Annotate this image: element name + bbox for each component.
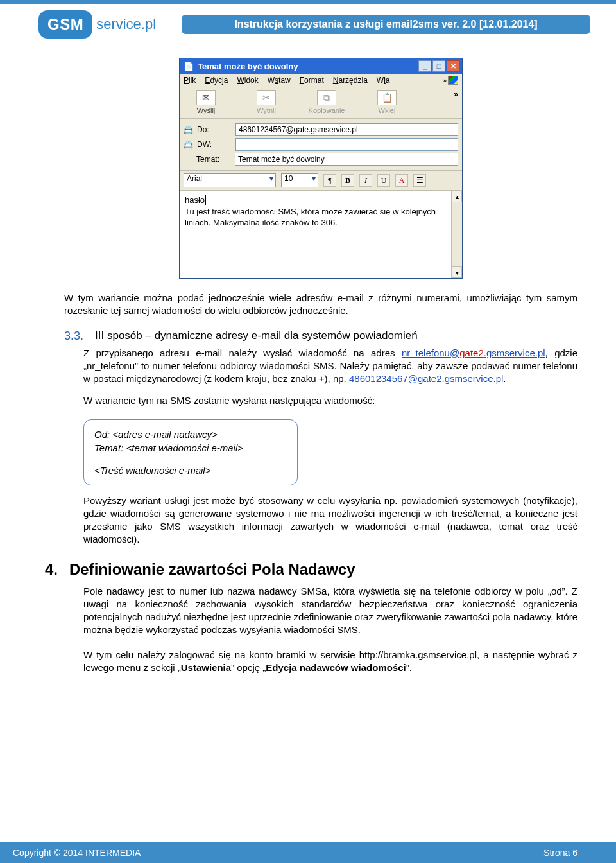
underline-button[interactable]: U	[377, 174, 390, 187]
menu-plik[interactable]: Plik	[184, 76, 196, 85]
menu-format[interactable]: Format	[300, 76, 324, 85]
fontsize-select[interactable]: 10	[281, 173, 318, 187]
copyright: Copyright © 2014 INTERMEDIA	[13, 848, 141, 858]
text: .	[503, 373, 506, 384]
section-4-p1: Pole nadawcy jest to numer lub nazwa nad…	[83, 585, 578, 637]
header-fields: 📇 Do: 48601234567@gate.gsmservice.pl 📇 D…	[180, 119, 462, 171]
format-bar: Arial 10 ¶ B I U A ☰	[180, 171, 462, 191]
sms-template-box: Od: <adres e-mail nadawcy> Temat: <temat…	[83, 419, 298, 485]
section-3-3-heading: 3.3. III sposób – dynamiczne adresy e-ma…	[64, 329, 578, 343]
section-4-p2: W tym celu należy zalogować się na konto…	[83, 649, 578, 675]
scroll-up-icon[interactable]: ▴	[452, 191, 462, 202]
variant-sms-intro: W wariancie tym na SMS zostanie wysłana …	[83, 394, 578, 407]
bold-button[interactable]: B	[341, 174, 354, 187]
font-select[interactable]: Arial	[184, 173, 276, 187]
copy-label: Kopiowanie	[309, 107, 345, 114]
menu-narzedzia[interactable]: Narzędzia	[333, 76, 368, 85]
section-3-3-body: Z przypisanego adresu e-mail należy wysł…	[83, 347, 578, 408]
menu-wstaw[interactable]: Wstaw	[268, 76, 291, 85]
cc-label: DW:	[197, 140, 232, 149]
example-email-link[interactable]: 48601234567@gate2.gsmservice.pl	[349, 373, 503, 384]
logo-badge: GSM	[38, 10, 92, 39]
section-number: 4.	[45, 561, 58, 579]
doc-title-strip: Instrukcja korzystania z usługi email2sm…	[182, 15, 590, 34]
body-line1: hasło	[185, 195, 205, 205]
minimize-button[interactable]: _	[418, 60, 431, 72]
section-3-3-p3: Powyższy wariant usługi jest może być st…	[83, 494, 578, 546]
section-4-heading: 4. Definiowanie zawartości Pola Nadawcy	[45, 561, 578, 579]
page-number: Strona 6	[543, 848, 578, 858]
menu-overflow[interactable]: »	[443, 76, 458, 85]
addressbook-icon[interactable]: 📇	[184, 125, 193, 134]
message-body[interactable]: hasło Tu jest treść wiadomości SMS, któr…	[180, 191, 451, 278]
send-icon: ✉	[196, 90, 216, 105]
message-body-area: hasło Tu jest treść wiadomości SMS, któr…	[180, 191, 462, 278]
toolbar-overflow[interactable]: »	[454, 90, 458, 114]
to-input[interactable]: 48601234567@gate.gsmservice.pl	[235, 123, 458, 136]
logo-suffix: service.pl	[96, 16, 156, 33]
cut-label: Wytnij	[257, 107, 276, 114]
box-line: Temat: <temat wiadomości e-mail>	[94, 441, 287, 455]
send-label: Wyślij	[197, 107, 216, 114]
menu-bar: Plik Edycja Widok Wstaw Format Narzędzia…	[180, 74, 462, 87]
logo: GSM service.pl	[38, 10, 156, 39]
text-bold: Edycja nadawców wiadomości	[266, 662, 406, 673]
text: ” opcję „	[231, 662, 266, 673]
to-label: Do:	[197, 125, 232, 134]
toolbar: ✉ Wyślij ✂ Wytnij ⧉ Kopiowanie 📋 Wklej »	[180, 87, 462, 119]
compose-icon: 📄	[184, 62, 194, 71]
paste-button[interactable]: 📋 Wklej	[364, 90, 409, 114]
copy-button[interactable]: ⧉ Kopiowanie	[304, 90, 349, 114]
cc-input[interactable]	[235, 138, 458, 151]
paste-icon: 📋	[377, 90, 397, 105]
text: nr_telefonu@	[402, 347, 459, 358]
menu-edycja[interactable]: Edycja	[205, 76, 228, 85]
paste-label: Wklej	[379, 107, 396, 114]
paragraph-button[interactable]: ¶	[323, 174, 336, 187]
dynamic-email-link[interactable]: nr_telefonu@gate2.gsmservice.pl	[402, 347, 545, 358]
addressbook-icon[interactable]: 📇	[184, 140, 193, 149]
menu-widok[interactable]: Widok	[237, 76, 258, 85]
section-title: Definiowanie zawartości Pola Nadawcy	[69, 561, 355, 579]
section-title: III sposób – dynamiczne adresy e-mail dl…	[95, 329, 578, 343]
text-bold: Ustawienia	[181, 662, 231, 673]
italic-button[interactable]: I	[359, 174, 372, 187]
page-header: GSM service.pl Instrukcja korzystania z …	[0, 4, 616, 45]
scroll-down-icon[interactable]: ▾	[452, 266, 462, 278]
maximize-button[interactable]: □	[432, 60, 445, 72]
cut-icon: ✂	[257, 90, 276, 105]
copy-icon: ⧉	[317, 90, 336, 105]
close-button[interactable]: ✕	[447, 60, 459, 72]
menu-wia[interactable]: Wia	[377, 76, 390, 85]
windows-flag-icon	[448, 76, 458, 85]
text: gate2	[459, 347, 484, 358]
text: .gsmservice.pl	[484, 347, 545, 358]
window-title: Temat może być dowolny	[198, 62, 417, 71]
list-button[interactable]: ☰	[413, 174, 426, 187]
cut-button[interactable]: ✂ Wytnij	[244, 90, 289, 114]
section-number: 3.3.	[64, 329, 83, 343]
box-line: <Treść wiadomości e-mail>	[94, 464, 287, 477]
paragraph-variant-multi: W tym wariancie można podać jednocześnie…	[64, 292, 578, 318]
subject-input[interactable]: Temat może być dowolny	[235, 153, 458, 166]
scrollbar[interactable]: ▴ ▾	[451, 191, 462, 278]
box-line: Od: <adres e-mail nadawcy>	[94, 428, 287, 441]
chevron-right-icon: »	[443, 76, 447, 84]
subject-label: Temat:	[196, 155, 231, 164]
window-titlebar: 📄 Temat może być dowolny _ □ ✕	[180, 58, 462, 74]
send-button[interactable]: ✉ Wyślij	[184, 90, 228, 114]
fontcolor-button[interactable]: A	[395, 174, 408, 187]
email-compose-window: 📄 Temat może być dowolny _ □ ✕ Plik Edyc…	[179, 58, 463, 279]
body-line2: Tu jest treść wiadomości SMS, która może…	[185, 207, 436, 228]
text: Z przypisanego adresu e-mail należy wysł…	[83, 347, 402, 358]
page-footer: Copyright © 2014 INTERMEDIA Strona 6	[0, 842, 616, 863]
text: ”.	[406, 662, 412, 673]
